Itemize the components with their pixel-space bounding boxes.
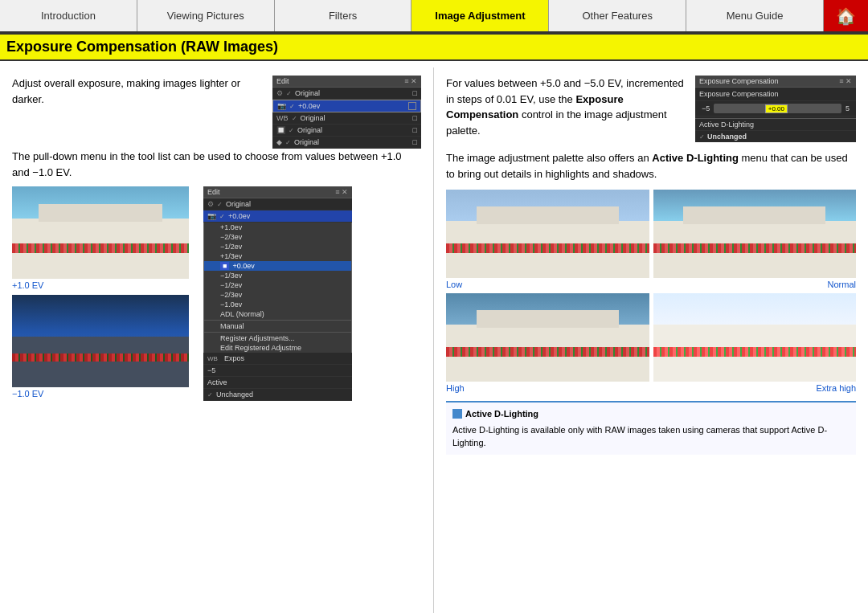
- ss-row-3: WB ✓ Original □: [272, 112, 421, 125]
- photo-minus-label: −1.0 EV: [12, 389, 189, 398]
- nav-item-menu-guide[interactable]: Menu Guide: [686, 0, 824, 31]
- expanded-screenshot: Edit ≡ ✕ ⚙ ✓ Original 📷 ✓ +0.0ev +1.0ev …: [203, 186, 352, 401]
- ss-row-2: 📷 ✓ +0.0ev: [272, 100, 421, 112]
- label-high: High: [446, 383, 649, 393]
- dd-row-2: −2/3ev: [204, 232, 351, 242]
- right-image-grid: Low Normal High: [446, 190, 856, 393]
- dd-row-manual: Manual: [204, 321, 351, 331]
- exp-row-five: −5: [203, 365, 352, 377]
- exp-row-wb: WB Expos: [203, 353, 352, 365]
- exp-row-gear: ⚙ ✓ Original: [203, 198, 352, 210]
- left-column: Edit ≡ ✕ ⚙ ✓ Original □ 📷 ✓ +0.0ev: [0, 67, 434, 613]
- note-box: Active D-Lighting Active D-Lighting is a…: [446, 401, 856, 455]
- cell-high: High: [446, 293, 649, 393]
- photo-minus-ev: −1.0 EV: [12, 295, 189, 398]
- dd-row-edit-reg: Edit Registered Adjustme: [204, 343, 351, 353]
- right-ss-adl-value: ✓ Unchanged: [695, 131, 856, 142]
- rflowers-xh: [653, 347, 857, 357]
- photo-minus-img: [12, 295, 189, 387]
- img-high: [446, 293, 649, 382]
- right-ui-screenshot-wrapper: Exposure Compensation ≡ ✕ Exposure Compe…: [695, 76, 856, 142]
- left-image-section: +1.0 EV −1.0 EV Edit: [12, 186, 421, 401]
- left-para-2: The pull-down menu in the tool list can …: [12, 149, 421, 180]
- cell-extra-high: Extra high: [653, 293, 857, 393]
- cell-low: Low: [446, 190, 649, 289]
- small-edit-screenshot: Edit ≡ ✕ ⚙ ✓ Original □ 📷 ✓ +0.0ev: [272, 76, 421, 149]
- dd-row-register: Register Adjustments...: [204, 333, 351, 343]
- dd-row-3: −1/2ev: [204, 242, 351, 251]
- ss-row-5: ◆ ✓ Original □: [272, 137, 421, 149]
- nav-item-viewing-pictures[interactable]: Viewing Pictures: [137, 0, 275, 31]
- right-ss-adl-label: Active D-Lighting: [695, 119, 856, 131]
- exp-row-ev: 📷 ✓ +0.0ev: [203, 210, 352, 223]
- page-content: Edit ≡ ✕ ⚙ ✓ Original □ 📷 ✓ +0.0ev: [0, 67, 868, 613]
- photo-plus-img: [12, 186, 189, 279]
- slider-track: +0.00: [714, 104, 841, 113]
- img-extra-high: [653, 293, 857, 382]
- label-normal: Normal: [653, 280, 857, 289]
- ss-row-4: 🔲 ✓ Original □: [272, 125, 421, 137]
- home-button[interactable]: 🏠: [824, 0, 868, 31]
- dd-divider: [204, 320, 351, 321]
- label-low: Low: [446, 280, 649, 289]
- dd-row-7: −1/2ev: [204, 280, 351, 290]
- dd-row-8: −2/3ev: [204, 290, 351, 300]
- img-normal: [653, 190, 857, 278]
- small-screenshot-wrapper: Edit ≡ ✕ ⚙ ✓ Original □ 📷 ✓ +0.0ev: [272, 76, 421, 149]
- rflowers-low: [446, 243, 649, 253]
- dd-row-5-selected: ■+0.0ev: [204, 261, 351, 271]
- right-ss-slider: −5 +0.00 5: [695, 101, 856, 116]
- note-title: Active D-Lighting: [452, 407, 850, 421]
- exp-row-active: Active: [203, 377, 352, 389]
- flowers-detail: [12, 243, 189, 253]
- dd-row-9: −1.0ev: [204, 300, 351, 309]
- photo-plus-ev: +1.0 EV: [12, 186, 189, 290]
- ss-edit-header: Edit ≡ ✕: [272, 76, 421, 88]
- rflowers-high: [446, 347, 649, 357]
- dd-row-6: −1/3ev: [204, 271, 351, 280]
- right-ss-label: Exposure Compensation: [695, 88, 856, 101]
- dd-row-1: +1.0ev: [204, 223, 351, 232]
- right-column: Exposure Compensation ≡ ✕ Exposure Compe…: [434, 67, 868, 613]
- dd-divider-2: [204, 332, 351, 333]
- exp-ss-header: Edit ≡ ✕: [203, 186, 352, 198]
- photo-plus-label: +1.0 EV: [12, 280, 189, 290]
- dropdown-list: +1.0ev −2/3ev −1/2ev +1/3ev ■+0.0ev −1/3…: [203, 223, 352, 353]
- dark-flowers: [12, 353, 189, 362]
- nav-item-introduction[interactable]: Introduction: [0, 0, 137, 31]
- nav-item-filters[interactable]: Filters: [275, 0, 412, 31]
- dd-row-4: +1/3ev: [204, 251, 351, 261]
- label-extra-high: Extra high: [653, 383, 857, 393]
- slider-value: +0.00: [765, 104, 788, 113]
- right-ss-header: Exposure Compensation ≡ ✕: [695, 76, 856, 88]
- navigation-bar: Introduction Viewing Pictures Filters Im…: [0, 0, 868, 33]
- rflowers-normal: [653, 243, 857, 253]
- img-low: [446, 190, 649, 278]
- right-ui-screenshot: Exposure Compensation ≡ ✕ Exposure Compe…: [695, 76, 856, 142]
- dd-row-adl: ADL (Normal): [204, 309, 351, 319]
- ss-row-1: ⚙ ✓ Original □: [272, 88, 421, 100]
- nav-item-image-adjustment[interactable]: Image Adjustment: [411, 0, 549, 31]
- note-text: Active D-Lighting is available only with…: [452, 423, 850, 450]
- cell-normal: Normal: [653, 190, 857, 289]
- note-icon: [452, 409, 462, 419]
- nav-item-other-features[interactable]: Other Features: [549, 0, 686, 31]
- exp-row-unchanged: ✓ Unchanged: [203, 389, 352, 401]
- dark-building: [12, 337, 189, 387]
- left-photo-stack: +1.0 EV −1.0 EV: [12, 186, 189, 401]
- page-title: Exposure Compensation (RAW Images): [0, 33, 868, 61]
- right-para-2: The image adjustment palette also offers…: [446, 150, 856, 182]
